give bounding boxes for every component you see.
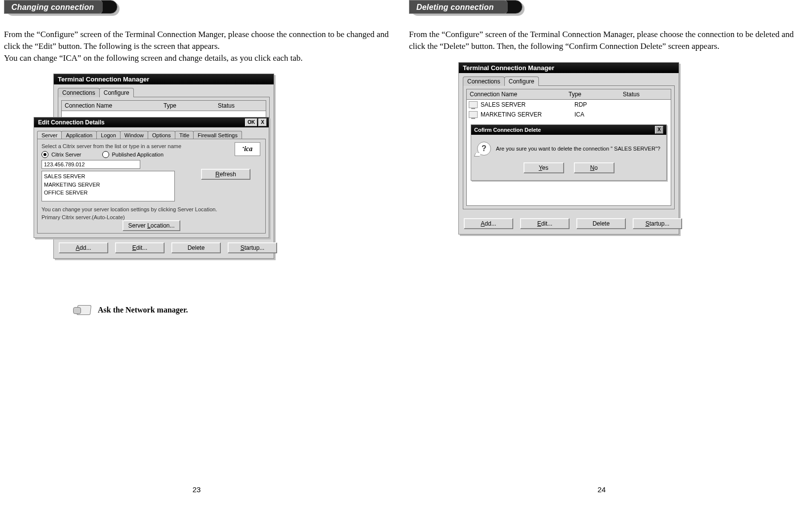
radio-citrix-server-label: Citrix Server (51, 152, 81, 157)
connection-list[interactable]: SALES SERVER RDP MARKETING SERVER ICA Co… (466, 100, 671, 206)
section-title-right: Deleting connection (409, 0, 508, 14)
tab-options[interactable]: Options (148, 131, 175, 139)
tab-application[interactable]: Application (61, 131, 97, 139)
radio-published-app[interactable] (102, 151, 109, 158)
tcm-window-right: Terminal Connection Manager Connections … (458, 62, 679, 235)
section-title-left: Changing connection (4, 0, 103, 14)
ok-button[interactable]: OK (245, 118, 257, 126)
server-address-input[interactable]: 123.456.789.012 (41, 160, 140, 169)
list-item[interactable]: MARKETING SERVER (44, 181, 172, 189)
header-status: Status (623, 91, 668, 98)
confirm-message: Are you sure you want to delete the conn… (496, 146, 660, 152)
confirm-delete-dialog: Cofirm Connection Delete X ? Are you sur… (471, 124, 667, 181)
intro-text-left: From the “Configure” screen of the Termi… (4, 29, 389, 64)
header-type: Type (163, 102, 218, 109)
header-connection-name: Connection Name (470, 91, 568, 98)
intro-text-right: From the “Configure” screen of the Termi… (409, 29, 794, 52)
monitor-icon (469, 111, 478, 118)
question-icon: ? (477, 142, 491, 156)
section-pill-right: Deleting connection (409, 0, 523, 14)
no-button[interactable]: No (574, 162, 614, 173)
note-icon (73, 303, 93, 317)
delete-button[interactable]: Delete (171, 242, 221, 253)
add-button[interactable]: Add... (59, 242, 108, 253)
tab-connections[interactable]: Connections (58, 88, 100, 97)
location-hint-1: You can change your server location sett… (41, 206, 261, 212)
tab-configure[interactable]: Configure (99, 88, 134, 97)
tcm-titlebar-right: Terminal Connection Manager (459, 63, 679, 73)
header-connection-name: Connection Name (65, 102, 163, 109)
delete-button[interactable]: Delete (576, 218, 626, 229)
startup-button[interactable]: Startup... (633, 218, 682, 229)
confirm-title: Cofirm Connection Delete (474, 127, 541, 133)
page-number-right: 24 (409, 480, 794, 494)
header-status: Status (218, 102, 263, 109)
radio-published-app-label: Published Application (112, 152, 164, 157)
tab-connections[interactable]: Connections (463, 77, 505, 86)
server-hint: Select a Citrix server from the list or … (41, 143, 261, 149)
edit-button[interactable]: Edit... (115, 242, 164, 253)
radio-citrix-server[interactable] (41, 151, 48, 158)
refresh-button[interactable]: Refresh (201, 169, 250, 180)
row-name: SALES SERVER (481, 101, 574, 108)
tab-configure[interactable]: Configure (504, 77, 539, 86)
yes-button[interactable]: Yes (524, 162, 564, 173)
row-name: MARKETING SERVER (481, 111, 574, 118)
ask-network-text: Ask the Network manager. (98, 306, 188, 314)
tab-server[interactable]: Server (37, 131, 62, 139)
server-list[interactable]: SALES SERVER MARKETING SERVER OFFICE SER… (41, 171, 175, 201)
column-headers: Connection Name Type Status (466, 89, 671, 100)
close-icon[interactable]: X (258, 118, 267, 126)
tab-title[interactable]: Title (175, 131, 194, 139)
column-headers: Connection Name Type Status (61, 100, 266, 111)
list-item[interactable]: SALES SERVER (44, 172, 172, 181)
add-button[interactable]: Add... (464, 218, 513, 229)
page-number-left: 23 (4, 480, 389, 494)
ask-network-note: Ask the Network manager. (73, 303, 389, 317)
location-hint-2: Primary Citrix server.(Auto-Locate) (41, 214, 261, 220)
edit-button[interactable]: Edit... (520, 218, 569, 229)
close-icon[interactable]: X (655, 126, 663, 134)
tab-logon[interactable]: Logon (96, 131, 121, 139)
section-pill-left: Changing connection (4, 0, 118, 14)
header-type: Type (568, 91, 623, 98)
ica-logo-icon: ∙ica (235, 142, 260, 156)
row-type: ICA (574, 111, 629, 118)
tab-window[interactable]: Window (120, 131, 148, 139)
edit-connection-dialog: Edit Connection Details OK X Server Appl… (34, 117, 269, 238)
startup-button[interactable]: Startup... (228, 242, 277, 253)
edit-dialog-title: Edit Connection Details (38, 119, 105, 126)
row-type: RDP (574, 101, 629, 108)
monitor-icon (469, 101, 478, 108)
tab-firewall[interactable]: Firewall Settings (193, 131, 242, 139)
tcm-titlebar-left: Terminal Connection Manager (54, 74, 274, 84)
list-item[interactable]: OFFICE SERVER (44, 189, 172, 197)
server-location-button[interactable]: Server Location... (122, 220, 180, 231)
table-row[interactable]: SALES SERVER RDP (467, 100, 671, 110)
table-row[interactable]: MARKETING SERVER ICA (467, 110, 671, 119)
